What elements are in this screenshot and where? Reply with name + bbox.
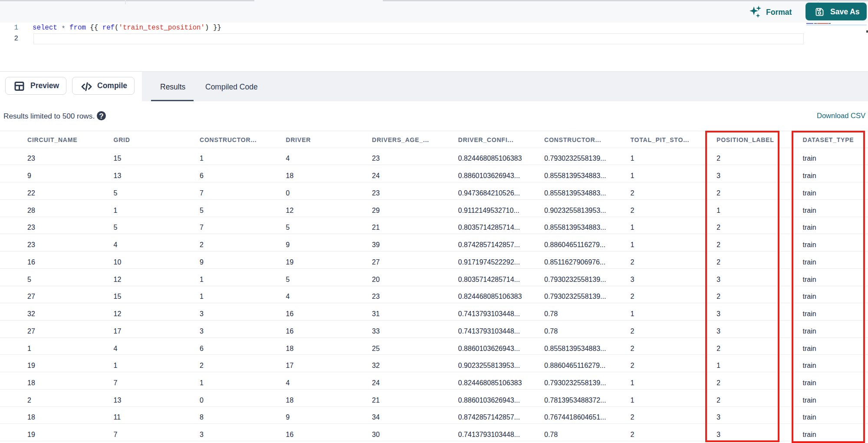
svg-text:?: ? <box>99 112 103 120</box>
